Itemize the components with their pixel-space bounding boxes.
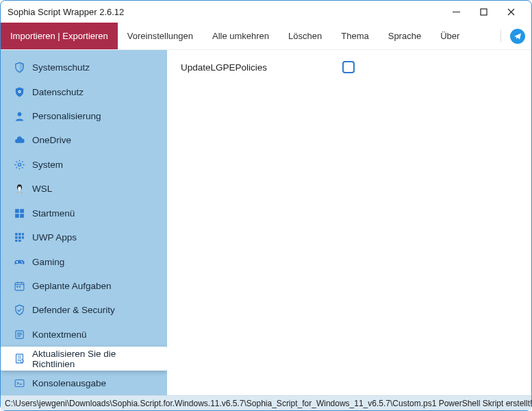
person-icon [13, 110, 25, 123]
svg-rect-18 [22, 236, 24, 239]
policy-icon [13, 353, 25, 365]
statusbar: C:\Users\jewgeni\Downloads\Sophia.Script… [1, 395, 531, 410]
sidebar-item-geplante-aufgaben[interactable]: Geplante Aufgaben [1, 274, 167, 298]
sidebar-item-aktualisieren-sie-die-richtlinien[interactable]: Aktualisieren Sie die Richtlinien [1, 347, 167, 371]
menu-invert-all[interactable]: Alle umkehren [203, 23, 279, 49]
sidebar-item-label: Geplante Aufgaben [32, 281, 112, 291]
context-icon [13, 328, 25, 340]
svg-rect-14 [18, 233, 21, 236]
svg-rect-9 [15, 209, 19, 213]
sidebar-item-label: OneDrive [32, 135, 71, 145]
svg-rect-20 [18, 240, 21, 242]
sidebar-item-label: Defender & Security [32, 305, 115, 315]
minimize-button[interactable] [442, 2, 470, 21]
setting-label: UpdateLGPEPolicies [181, 62, 267, 73]
svg-point-7 [18, 186, 18, 187]
shield-icon [13, 62, 25, 74]
svg-point-6 [18, 187, 21, 191]
content-area: UpdateLGPEPolicies [167, 50, 531, 395]
maximize-button[interactable] [470, 2, 497, 21]
sidebar-item-label: Aktualisieren Sie die Richtlinien [32, 349, 160, 369]
sidebar-item-label: Gaming [32, 257, 64, 267]
sidebar-item-label: Kontextmenü [32, 329, 87, 340]
sidebar-item-wsl[interactable]: WSL [1, 177, 167, 201]
menu-delete[interactable]: Löschen [279, 23, 331, 49]
sidebar-item-startmen-[interactable]: Startmenü [1, 201, 167, 225]
sidebar-item-kontextmen-[interactable]: Kontextmenü [1, 323, 167, 347]
menubar-spacer [469, 23, 498, 49]
svg-rect-13 [15, 233, 18, 236]
menu-about[interactable]: Über [431, 23, 469, 49]
linux-icon [13, 183, 25, 195]
svg-point-21 [21, 261, 21, 262]
cloud-icon [13, 134, 25, 147]
sidebar-item-label: System [32, 160, 63, 170]
sidebar-item-personalisierung[interactable]: Personalisierung [1, 104, 167, 128]
svg-point-3 [17, 112, 21, 116]
sidebar-item-gaming[interactable]: Gaming [1, 249, 167, 273]
svg-rect-27 [16, 354, 23, 363]
menu-language[interactable]: Sprache [379, 23, 431, 49]
sidebar-item-konsolenausgabe[interactable]: Konsolenausgabe [1, 371, 167, 395]
sidebar-item-label: WSL [32, 184, 52, 194]
svg-point-22 [22, 262, 23, 262]
sidebar-item-label: Datenschutz [32, 87, 84, 97]
sidebar-item-system[interactable]: System [1, 153, 167, 177]
svg-rect-15 [22, 233, 24, 236]
svg-rect-24 [16, 286, 18, 288]
sidebar-item-uwp-apps[interactable]: UWP Apps [1, 225, 167, 249]
svg-point-4 [18, 163, 21, 166]
eye-shield-icon [13, 86, 25, 98]
svg-rect-11 [15, 214, 19, 218]
minimize-icon [453, 8, 460, 16]
grid-icon [13, 232, 25, 244]
titlebar: Sophia Script Wrapper 2.6.12 [1, 1, 531, 23]
close-button[interactable] [497, 2, 524, 21]
sidebar-item-defender-security[interactable]: Defender & Security [1, 298, 167, 322]
app-window: Sophia Script Wrapper 2.6.12 Importieren… [0, 0, 532, 411]
svg-rect-17 [18, 236, 21, 239]
status-text: C:\Users\jewgeni\Downloads\Sophia.Script… [5, 399, 531, 408]
window-title: Sophia Script Wrapper 2.6.12 [8, 7, 442, 17]
svg-rect-12 [20, 214, 24, 218]
body: SystemschutzDatenschutzPersonalisierungO… [1, 50, 531, 395]
svg-rect-29 [15, 379, 24, 386]
sidebar: SystemschutzDatenschutzPersonalisierungO… [1, 50, 167, 395]
sidebar-item-label: UWP Apps [32, 232, 77, 242]
import-export-button[interactable]: Importieren | Exportieren [1, 23, 118, 49]
gear-icon [13, 158, 25, 171]
console-icon [13, 377, 25, 389]
sidebar-item-label: Systemschutz [32, 62, 90, 73]
sidebar-item-onedrive[interactable]: OneDrive [1, 128, 167, 152]
sidebar-item-label: Personalisierung [32, 111, 101, 121]
maximize-icon [480, 8, 487, 16]
svg-point-8 [20, 186, 21, 187]
setting-checkbox[interactable] [342, 61, 355, 73]
menubar: Importieren | Exportieren Voreinstellung… [1, 23, 531, 50]
close-icon [507, 8, 515, 16]
svg-rect-10 [20, 209, 24, 213]
telegram-icon [510, 29, 525, 44]
svg-rect-0 [481, 9, 487, 15]
sidebar-item-label: Startmenü [32, 208, 75, 219]
svg-rect-19 [15, 240, 18, 242]
defender-icon [13, 304, 25, 316]
svg-rect-16 [15, 236, 18, 239]
sidebar-item-datenschutz[interactable]: Datenschutz [1, 79, 167, 103]
telegram-button[interactable] [504, 23, 531, 49]
menu-theme[interactable]: Thema [331, 23, 378, 49]
menubar-separator [501, 29, 501, 42]
svg-point-2 [18, 90, 20, 92]
menu-preferences[interactable]: Voreinstellungen [118, 23, 203, 49]
setting-row: UpdateLGPEPolicies [181, 61, 518, 73]
start-icon [13, 207, 25, 219]
svg-rect-25 [18, 286, 20, 288]
calendar-icon [13, 280, 25, 292]
sidebar-item-label: Konsolenausgabe [32, 378, 106, 388]
sidebar-item-systemschutz[interactable]: Systemschutz [1, 55, 167, 79]
gamepad-icon [13, 256, 25, 268]
